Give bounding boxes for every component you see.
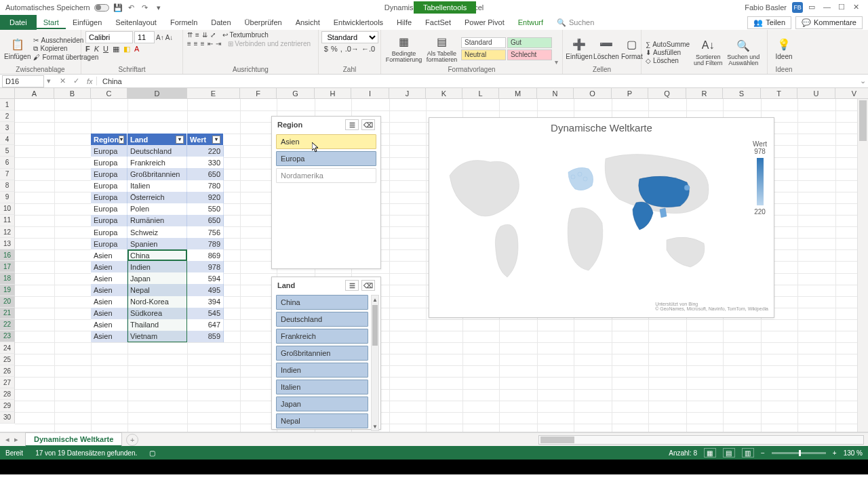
merge-button[interactable]: ⊞ Verbinden und zentrieren (228, 40, 311, 47)
cell-style-standard[interactable]: Standard (461, 37, 506, 48)
ribbon-tab-seitenlayout[interactable]: Seitenlayout (108, 16, 163, 29)
cell-region[interactable]: Asien (91, 249, 127, 261)
decrease-decimal-icon[interactable]: ←.0 (361, 45, 375, 53)
cell-land[interactable]: China (127, 249, 187, 261)
minimize-icon[interactable]: — (823, 3, 833, 12)
row-header-17[interactable]: 17 (0, 261, 15, 272)
cell-region[interactable]: Europa (91, 203, 127, 215)
row-header-18[interactable]: 18 (0, 272, 15, 284)
percent-icon[interactable]: % (331, 45, 338, 53)
ribbon-tab-ansicht[interactable]: Ansicht (289, 16, 327, 29)
table-row[interactable]: AsienChina869 (91, 249, 224, 261)
row-header-27[interactable]: 27 (0, 377, 15, 388)
decrease-font-icon[interactable]: A↓ (165, 34, 174, 41)
ribbon-tab-daten[interactable]: Daten (204, 16, 237, 29)
scroll-thumb[interactable] (540, 436, 574, 443)
row-header-1[interactable]: 1 (0, 99, 15, 110)
orientation-icon[interactable]: ⤢ (210, 31, 216, 39)
fill-button[interactable]: ⬇ Ausfüllen (646, 49, 690, 56)
cell-style-neutral[interactable]: Neutral (461, 49, 506, 60)
cell-region[interactable]: Asien (91, 308, 127, 319)
cell-wert[interactable]: 789 (187, 238, 224, 249)
number-format-select[interactable]: Standard (321, 31, 378, 43)
column-header-N[interactable]: N (537, 88, 574, 99)
row-header-23[interactable]: 23 (0, 331, 15, 342)
cell-land[interactable]: Frankreich (127, 157, 187, 168)
slicer-item-frankreich[interactable]: Frankreich (276, 329, 368, 344)
table-row[interactable]: AsienVietnam859 (91, 331, 224, 342)
cell-land[interactable]: Indien (127, 261, 187, 272)
region-slicer[interactable]: Region ☰ ⌫ AsienEuropaNordamerika (271, 116, 381, 269)
scroll-thumb[interactable] (372, 305, 378, 346)
row-header-3[interactable]: 3 (0, 122, 15, 134)
multi-select-icon[interactable]: ☰ (345, 280, 359, 291)
cell-region[interactable]: Europa (91, 180, 127, 192)
column-header-D[interactable]: D (127, 88, 187, 99)
row-header-25[interactable]: 25 (0, 354, 15, 365)
cell-wert[interactable]: 650 (187, 168, 224, 180)
cell-land[interactable]: Thailand (127, 319, 187, 331)
cell-region[interactable]: Europa (91, 226, 127, 238)
slicer-item-asien[interactable]: Asien (276, 134, 376, 149)
cell-wert[interactable]: 756 (187, 226, 224, 238)
row-header-13[interactable]: 13 (0, 238, 15, 249)
cell-land[interactable]: Nepal (127, 284, 187, 296)
sheet-tab-active[interactable]: Dynamische Weltkarte (25, 432, 122, 447)
cell-land[interactable]: Südkorea (127, 308, 187, 319)
land-slicer[interactable]: Land ☰ ⌫ ▲ ▼ ChinaDeutschlandFrankreichG… (271, 277, 381, 430)
ribbon-tab-power pivot[interactable]: Power Pivot (458, 16, 511, 29)
clear-filter-icon[interactable]: ⌫ (361, 280, 375, 291)
slicer-item-großbritannien[interactable]: Großbritannien (276, 346, 368, 361)
column-header-B[interactable]: B (54, 88, 91, 99)
cell-land[interactable]: Italien (127, 180, 187, 192)
table-row[interactable]: EuropaFrankreich330 (91, 157, 224, 168)
column-header-F[interactable]: F (240, 88, 277, 99)
cell-wert[interactable]: 545 (187, 308, 224, 319)
redo-icon[interactable]: ↷ (140, 3, 150, 12)
qat-dropdown-icon[interactable]: ▾ (154, 3, 163, 12)
column-header-C[interactable]: C (91, 88, 127, 99)
cell-land[interactable]: Großbritannien (127, 168, 187, 180)
save-icon[interactable]: 💾 (113, 3, 123, 12)
increase-indent-icon[interactable]: ⇥ (216, 40, 221, 47)
format-as-table-button[interactable]: ▤Als Tabelle formatieren (425, 35, 458, 63)
cancel-formula-icon[interactable]: ✕ (60, 77, 66, 85)
column-header-E[interactable]: E (187, 88, 240, 99)
row-header-19[interactable]: 19 (0, 285, 15, 296)
cell-wert[interactable]: 780 (187, 180, 224, 192)
cell-region[interactable]: Asien (91, 296, 127, 308)
underline-button[interactable]: U (103, 45, 108, 54)
sort-filter-button[interactable]: A↓Sortieren und Filtern (692, 38, 724, 66)
cell-region[interactable]: Europa (91, 145, 127, 157)
ribbon-tab-einfügen[interactable]: Einfügen (66, 16, 108, 29)
row-header-26[interactable]: 26 (0, 365, 15, 377)
format-cells-button[interactable]: ▢Format (621, 37, 643, 60)
row-header-5[interactable]: 5 (0, 145, 15, 157)
cell-land[interactable]: Rumänien (127, 215, 187, 226)
add-sheet-button[interactable]: + (126, 434, 138, 446)
namebox-dropdown-icon[interactable]: ▾ (44, 77, 54, 85)
cell-wert[interactable]: 650 (187, 215, 224, 226)
styles-more-icon[interactable]: ▾ (555, 58, 558, 66)
cell-region[interactable]: Asien (91, 284, 127, 296)
worksheet-grid[interactable]: ABCDEFGHIJKLMNOPQRSTUV 12345678910111213… (0, 88, 868, 432)
row-header-8[interactable]: 8 (0, 180, 15, 192)
font-size-input[interactable] (134, 31, 155, 43)
table-row[interactable]: EuropaDeutschland220 (91, 145, 224, 157)
table-row[interactable]: AsienNord-Korea394 (91, 296, 224, 308)
maximize-icon[interactable]: ☐ (838, 3, 848, 12)
undo-icon[interactable]: ↶ (127, 3, 136, 12)
table-row[interactable]: EuropaSchweiz756 (91, 226, 224, 238)
cell-land[interactable]: Spanien (127, 238, 187, 249)
row-header-2[interactable]: 2 (0, 110, 15, 122)
cell-region[interactable]: Europa (91, 215, 127, 226)
ribbon-tab-überprüfen[interactable]: Überprüfen (238, 16, 289, 29)
multi-select-icon[interactable]: ☰ (345, 119, 359, 130)
slicer-item-china[interactable]: China (276, 295, 368, 310)
slicer-item-indien[interactable]: Indien (276, 363, 368, 378)
cell-wert[interactable]: 550 (187, 203, 224, 215)
column-header-O[interactable]: O (574, 88, 612, 99)
column-header-L[interactable]: L (462, 88, 499, 99)
cell-region[interactable]: Europa (91, 168, 127, 180)
cell-wert[interactable]: 920 (187, 192, 224, 203)
